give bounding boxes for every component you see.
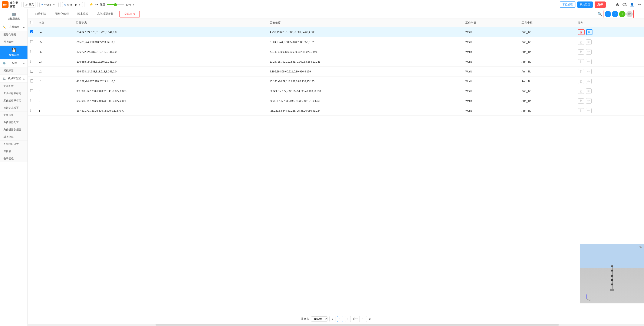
delete-row-button[interactable]: 🗑 [578, 79, 584, 84]
logo-text: 睿尔曼 智能 [10, 1, 18, 8]
sidebar-item-init-pose[interactable]: 初始姿态设置 [0, 104, 28, 112]
sidebar-item-robot-teach[interactable]: 🤖 机械臂示教 [0, 9, 28, 23]
sidebar-item-safety-config[interactable]: 安全配置 [0, 83, 28, 90]
edit-row-button[interactable]: ✏ [586, 98, 592, 104]
edit-row-button[interactable]: ✏ [586, 29, 592, 35]
user-button[interactable]: 👤 [629, 2, 635, 8]
tab-geo-model[interactable]: 几何模型参数 [93, 9, 118, 19]
delete-row-button[interactable]: 🗑 [578, 40, 584, 45]
tab-global-points[interactable]: 全局点位 [120, 11, 140, 18]
sidebar-item-config[interactable]: ⚙️ 配置 ∧ [0, 59, 28, 67]
next-page-button[interactable]: › [345, 316, 351, 322]
sidebar-item-version-info[interactable]: 版本信息 [0, 133, 28, 141]
add-point-button[interactable]: + [619, 11, 626, 17]
row-checkbox[interactable] [30, 60, 33, 63]
world-coord-select[interactable]: ✈ World ▼ [40, 2, 58, 7]
fullscreen-button[interactable]: ⛶ [607, 2, 613, 8]
sidebar-item-arm-config[interactable]: 🦾 机械臂配置 ∧ [0, 75, 28, 83]
logout-button[interactable]: ↪ [636, 2, 642, 8]
delete-row-button[interactable]: 🗑 [578, 69, 584, 74]
row-position: -176.272,-24.687,318.213,3.141,0,0 [73, 47, 267, 57]
sidebar-item-online-program[interactable]: ✏️ 在线编程 ∧ [0, 23, 28, 31]
sidebar-item-data-management[interactable]: 💾 数据管理 [0, 46, 28, 59]
view3d-eye-icon[interactable]: 👁 [639, 246, 642, 249]
edit-row-button[interactable]: ✏ [586, 59, 592, 64]
arm-tip-icon: ⊕ [64, 3, 66, 6]
delete-point-button[interactable]: 🗑 [626, 11, 633, 17]
row-position: -287.33,171.728,26.636,-2.979,0.114,-0.7… [73, 106, 267, 116]
row-checkbox[interactable] [30, 89, 33, 92]
row-work-coord: World [463, 57, 519, 67]
row-position: -136.658,-24.681,318.194,3.141,0,0 [73, 57, 267, 67]
arm-tip-select[interactable]: ⊕ Arm_Tip ▼ [62, 2, 83, 7]
sidebar-item-install-info[interactable]: 安装信息 [0, 112, 28, 119]
sidebar-item-virtual-wall[interactable]: 虚拟墙 [0, 148, 28, 155]
mode-icon: 🖊 [25, 3, 28, 6]
language-button[interactable]: CN [622, 2, 628, 8]
robot-teach-icon: 🤖 [12, 12, 16, 16]
delete-row-button[interactable]: 🗑 [578, 108, 584, 113]
3d-view-panel: 👁 [580, 244, 644, 303]
row-position: -336.558,-24.688,318.218,3.141,0,0 [73, 67, 267, 77]
upload-button[interactable]: ↑ [612, 11, 618, 17]
search-icon[interactable]: 🔍 [598, 12, 602, 16]
edit-row-button[interactable]: ✏ [586, 79, 592, 84]
zero-pose-button[interactable]: 零位姿态 [560, 2, 576, 8]
edit-row-button[interactable]: ✏ [586, 40, 592, 45]
row-checkbox[interactable] [30, 50, 33, 53]
scrollbar-track[interactable] [156, 324, 559, 325]
emergency-stop-button[interactable]: 急停 [594, 2, 606, 8]
sidebar-item-force-sensor-chart[interactable]: 力传感器数据图 [0, 126, 28, 133]
topbar-separator2 [38, 2, 38, 7]
row-checkbox[interactable] [30, 80, 33, 83]
topbar-separator3 [60, 2, 60, 7]
edit-row-button[interactable]: ✏ [586, 108, 592, 113]
select-all-checkbox[interactable] [30, 21, 33, 24]
row-name: L4 [36, 27, 73, 37]
prev-page-button[interactable]: ‹ [330, 316, 336, 322]
init-pose-button[interactable]: 初始姿态 [577, 2, 593, 8]
edit-row-button[interactable]: ✏ [586, 49, 592, 55]
tab-graphic[interactable]: 图形化编程 [51, 9, 73, 19]
row-checkbox[interactable] [30, 40, 33, 43]
per-page-select[interactable]: 10条/页 [311, 316, 328, 321]
collapse-panel-button[interactable]: ⊢ [636, 9, 640, 19]
edit-row-button[interactable]: ✏ [586, 69, 592, 74]
horizontal-scrollbar[interactable] [28, 324, 644, 326]
tab-script-label: 脚本编程 [77, 12, 88, 16]
row-ops-group: 🗑 ✏ [578, 49, 642, 55]
delete-row-button[interactable]: 🗑 [578, 89, 584, 94]
download-button[interactable]: ↓ [604, 11, 611, 17]
arm-config-chevron-icon: ∧ [23, 77, 25, 80]
speed-slider[interactable] [107, 4, 124, 5]
mode-button[interactable]: 🖊 真实 [24, 2, 36, 8]
row-checkbox[interactable] [30, 30, 33, 33]
row-work-coord: World [463, 106, 519, 116]
row-checkbox-cell [28, 27, 36, 37]
delete-row-button[interactable]: 🗑 [578, 59, 584, 64]
delete-row-button[interactable]: 🗑 [578, 30, 584, 35]
sidebar-item-system-config[interactable]: 系统配置 [0, 67, 28, 75]
sidebar-group-config: ⚙️ 配置 ∧ 系统配置 [0, 59, 28, 75]
tab-script[interactable]: 脚本编程 [73, 9, 93, 19]
config-chevron-icon: ∧ [23, 62, 25, 65]
power-button[interactable]: ⏻ [614, 2, 620, 8]
sidebar-item-tool-coord[interactable]: 工具坐标系标定 [0, 90, 28, 97]
edit-row-button[interactable]: ✏ [586, 88, 592, 94]
tab-trajectory[interactable]: 轨迹列表 [31, 9, 51, 19]
row-name: 3 [36, 86, 73, 96]
sidebar-item-script-program[interactable]: 脚本编程 [0, 38, 28, 46]
sidebar-item-work-coord[interactable]: 工作坐标系标定 [0, 97, 28, 104]
sidebar-item-geofence[interactable]: 电子围栏 [0, 155, 28, 162]
row-checkbox[interactable] [30, 99, 33, 102]
goto-page-input[interactable] [359, 316, 367, 322]
delete-row-button[interactable]: 🗑 [578, 98, 584, 104]
row-ops-cell: 🗑 ✏ [575, 27, 644, 37]
row-checkbox[interactable] [30, 109, 33, 112]
row-checkbox[interactable] [30, 70, 33, 73]
delete-row-button[interactable]: 🗑 [578, 50, 584, 55]
sidebar-item-graphic-program[interactable]: 图形化编程 [0, 31, 28, 38]
sidebar-item-ext-interface[interactable]: 外部接口设置 [0, 141, 28, 148]
coord-world-label: World [44, 3, 51, 6]
sidebar-item-force-sensor-config[interactable]: 力传感器配置 [0, 119, 28, 126]
